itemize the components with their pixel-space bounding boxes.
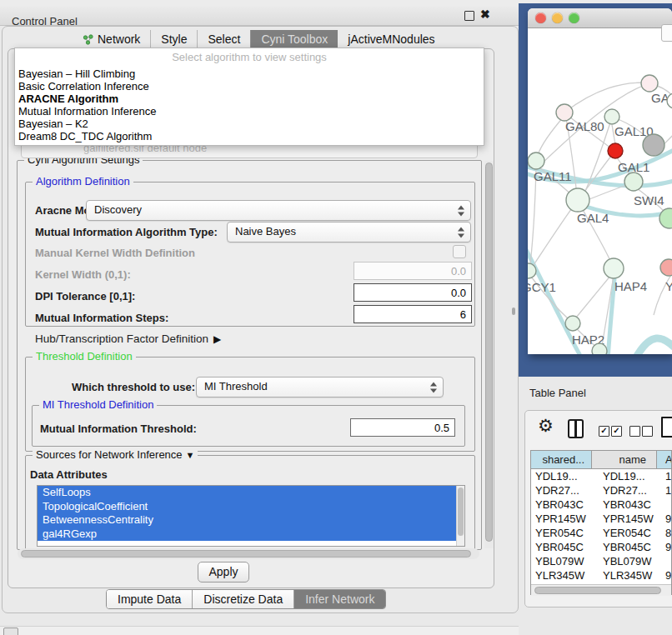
- data-attributes-label: Data Attributes: [30, 468, 108, 481]
- float-panel-icon[interactable]: [464, 11, 474, 21]
- manual-kernel-width-checkbox[interactable]: [453, 245, 466, 258]
- table-cell: YBR045C: [592, 540, 657, 554]
- network-node[interactable]: [528, 152, 544, 169]
- tab-style[interactable]: Style: [150, 30, 197, 48]
- column-header[interactable]: A: [657, 451, 672, 469]
- column-header[interactable]: shared...: [531, 451, 592, 469]
- algorithm-option[interactable]: Mutual Information Inference: [15, 105, 484, 118]
- table-cell: YBR043C: [592, 498, 657, 512]
- scrollbar-thumb[interactable]: [21, 550, 471, 558]
- algorithm-option[interactable]: Dream8 DC_TDC Algorithm: [15, 130, 484, 142]
- unchecked-checkbox-icon[interactable]: [629, 426, 640, 437]
- table-horizontal-scrollbar[interactable]: [531, 584, 671, 596]
- data-attribute-item[interactable]: gal4RGexp: [38, 528, 464, 542]
- algorithm-dropdown-list: Bayesian – Hill ClimbingBasic Correlatio…: [15, 68, 484, 142]
- data-attributes-list[interactable]: SelfLoopsTopologicalCoefficientBetweenne…: [37, 485, 465, 547]
- table-row[interactable]: YLR345WYLR345W9.: [531, 568, 672, 582]
- group-title: Sources for Network Inference▼: [33, 448, 198, 461]
- network-node[interactable]: [643, 134, 664, 156]
- table-cell: 9.: [657, 568, 672, 582]
- table-panel-title: Table Panel: [529, 387, 586, 399]
- network-node[interactable]: [556, 104, 573, 121]
- table-cell: YDL19...: [531, 469, 592, 483]
- algorithm-select-dropdown[interactable]: Select algorithm to view settings Bayesi…: [14, 48, 484, 146]
- kernel-width-field[interactable]: [354, 262, 472, 280]
- checked-checkbox-icon[interactable]: ✓: [611, 426, 622, 437]
- tab-impute-data[interactable]: Impute Data: [107, 590, 192, 608]
- data-attribute-item[interactable]: SelfLoops: [38, 486, 464, 500]
- document-icon[interactable]: [661, 417, 672, 438]
- tab-label: jActiveMNodules: [348, 30, 434, 48]
- network-node[interactable]: [592, 343, 607, 354]
- network-node[interactable]: [608, 143, 623, 158]
- minimize-window-icon[interactable]: [552, 12, 563, 23]
- tab-cyni-toolbox[interactable]: Cyni Toolbox: [250, 30, 338, 48]
- network-node[interactable]: [660, 259, 672, 276]
- dropdown-placeholder: Select algorithm to view settings: [15, 51, 484, 63]
- mi-steps-field[interactable]: [354, 305, 472, 323]
- zoom-window-icon[interactable]: [569, 12, 579, 23]
- apply-button[interactable]: Apply: [198, 562, 249, 582]
- column-header[interactable]: name: [592, 451, 657, 469]
- gear-icon[interactable]: ⚙: [538, 417, 554, 435]
- scrollbar-thumb[interactable]: [534, 587, 661, 594]
- algorithm-option[interactable]: Bayesian – K2: [15, 118, 484, 130]
- docked-panel-icon[interactable]: [3, 628, 18, 635]
- expand-right-icon: ▶: [213, 333, 221, 345]
- table-row[interactable]: YER054CYER054C8.: [531, 526, 672, 540]
- network-node[interactable]: [604, 258, 624, 278]
- list-scrollbar[interactable]: [456, 486, 464, 546]
- aracne-mode-combo[interactable]: Discovery: [86, 200, 471, 221]
- combo-stepper-icon: [458, 227, 465, 238]
- tab-select[interactable]: Select: [197, 30, 250, 48]
- network-node[interactable]: [641, 75, 658, 92]
- network-window-titlebar[interactable]: [528, 8, 672, 28]
- application-window: Control Panel ✖ Network Style Select Cyn…: [0, 0, 672, 635]
- table-cell: 9.: [657, 512, 672, 526]
- collapse-down-icon[interactable]: ▼: [186, 450, 195, 460]
- table-cell: 9.: [657, 540, 672, 554]
- tab-network[interactable]: Network: [73, 30, 150, 48]
- panel-divider-grip[interactable]: [512, 308, 515, 315]
- unchecked-checkbox-icon[interactable]: [642, 426, 653, 437]
- tab-jactivemnodules[interactable]: jActiveMNodules: [338, 30, 444, 48]
- network-node[interactable]: [566, 188, 589, 212]
- table-row[interactable]: YPR145WYPR145W9.: [531, 512, 672, 526]
- scrollbar-thumb[interactable]: [458, 488, 464, 536]
- network-node[interactable]: [659, 208, 672, 228]
- network-node[interactable]: [604, 109, 619, 124]
- checked-checkbox-icon[interactable]: ✓: [599, 426, 609, 437]
- data-attribute-item[interactable]: BetweennessCentrality: [38, 513, 464, 528]
- group-title: Algorithm Definition: [33, 175, 133, 188]
- dpi-tolerance-field[interactable]: [354, 283, 472, 302]
- which-threshold-combo[interactable]: MI Threshold: [196, 377, 444, 398]
- columns-icon[interactable]: [568, 419, 584, 438]
- close-window-icon[interactable]: [535, 12, 546, 23]
- tab-discretize-data[interactable]: Discretize Data: [192, 590, 293, 608]
- network-canvas[interactable]: GALGAL80GAL10GAL1GAL11SWI4GAL4GCY1HAP4YH…: [528, 28, 672, 354]
- table-row[interactable]: YBR043CYBR043C: [531, 498, 672, 512]
- tab-label: Select: [208, 30, 240, 48]
- settings-vertical-scrollbar[interactable]: [484, 161, 494, 548]
- hub-definition-toggle[interactable]: Hub/Transcription Factor Definition▶: [35, 332, 221, 345]
- network-view-window[interactable]: GALGAL80GAL10GAL1GAL11SWI4GAL4GCY1HAP4YH…: [528, 8, 672, 354]
- table-row[interactable]: YDR27...YDR27...12: [531, 483, 672, 498]
- algorithm-option[interactable]: Basic Correlation Inference: [15, 80, 484, 92]
- table-row[interactable]: YDL19...YDL19...13: [531, 469, 672, 483]
- network-node[interactable]: [624, 172, 643, 191]
- node-table: shared... name A YDL19...YDL19...13YDR27…: [530, 450, 672, 595]
- mi-threshold-field[interactable]: [350, 418, 455, 437]
- mi-algorithm-type-combo[interactable]: Naive Bayes: [227, 222, 471, 242]
- mi-steps-label: Mutual Information Steps:: [35, 312, 168, 324]
- network-node[interactable]: [565, 316, 580, 331]
- algorithm-option[interactable]: ARACNE Algorithm: [15, 92, 484, 105]
- scrollbar-thumb[interactable]: [485, 162, 493, 542]
- algorithm-option[interactable]: Bayesian – Hill Climbing: [15, 68, 484, 80]
- data-attribute-item[interactable]: TopologicalCoefficient: [38, 500, 464, 514]
- settings-horizontal-scrollbar[interactable]: [18, 548, 479, 559]
- table-row[interactable]: YBL079WYBL079W: [531, 554, 672, 568]
- table-row[interactable]: YBR045CYBR045C9.: [531, 540, 672, 554]
- close-icon[interactable]: ✖: [480, 8, 490, 21]
- table-cell: [657, 498, 672, 512]
- tab-infer-network[interactable]: Infer Network: [293, 590, 385, 608]
